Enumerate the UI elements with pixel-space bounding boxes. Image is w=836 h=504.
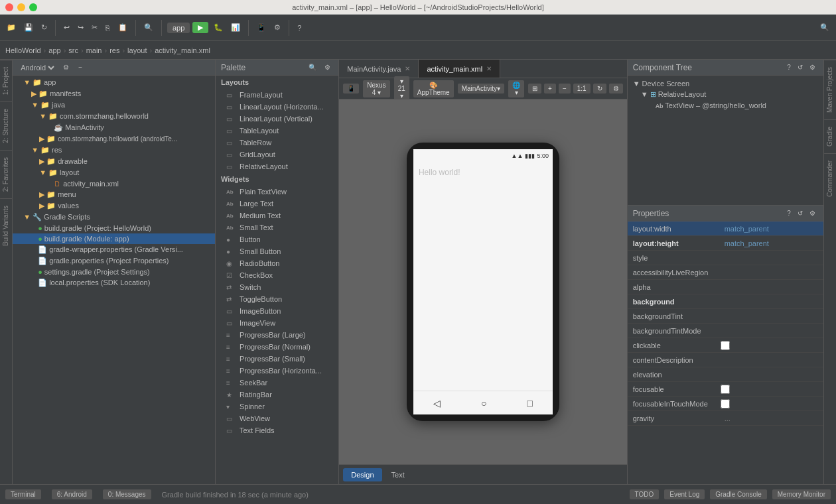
todo-button[interactable]: TODO — [630, 489, 660, 499]
tree-item-activity-main-xml[interactable]: 🗋activity_main.xml — [13, 178, 215, 189]
prop-row-alpha[interactable]: alpha — [628, 280, 823, 294]
palette-item-linearlayout-v[interactable]: ▭ LinearLayout (Vertical) — [216, 113, 338, 125]
bc-activity-main[interactable]: activity_main.xml — [155, 46, 210, 54]
palette-item-plain-textview[interactable]: Ab Plain TextView — [216, 186, 338, 198]
project-dropdown[interactable]: Android Project — [18, 63, 56, 72]
et-locale-btn[interactable]: 🌐▾ — [508, 80, 524, 97]
sidebar-item-maven[interactable]: Maven Projects — [824, 60, 836, 119]
ct-help-button[interactable]: ? — [784, 62, 794, 72]
tree-item-package[interactable]: ▼📁com.stormzhang.helloworld — [13, 111, 215, 122]
cut-button[interactable]: ✂ — [89, 22, 100, 33]
back-button[interactable]: ◁ — [433, 398, 441, 409]
et-device-btn[interactable]: 📱 — [343, 84, 359, 94]
prop-checkbox-focusable[interactable] — [721, 385, 730, 394]
et-nexus-btn[interactable]: Nexus 4 ▾ — [363, 80, 389, 97]
tab-mainactivity-close[interactable]: ✕ — [405, 65, 410, 72]
prop-row-accessibility[interactable]: accessibilityLiveRegion — [628, 265, 823, 280]
props-refresh-button[interactable]: ↺ — [795, 208, 805, 218]
prop-row-background-tint[interactable]: backgroundTint — [628, 309, 823, 324]
tab-text[interactable]: Text — [383, 468, 413, 481]
palette-item-small-text[interactable]: Ab Small Text — [216, 221, 338, 233]
bc-src[interactable]: src — [68, 46, 78, 54]
tree-item-settings-gradle[interactable]: ●settings.gradle (Project Settings) — [13, 267, 215, 277]
tab-activity-main-close[interactable]: ✕ — [486, 65, 492, 72]
bc-main[interactable]: main — [86, 46, 102, 54]
save-button[interactable]: 💾 — [21, 22, 36, 33]
project-settings-button[interactable]: ⚙ — [60, 62, 72, 72]
prop-row-elevation[interactable]: elevation — [628, 367, 823, 382]
tree-item-menu[interactable]: ▶📁menu — [13, 189, 215, 200]
copy-button[interactable]: ⎘ — [103, 23, 113, 33]
palette-item-text-fields[interactable]: ▭ Text Fields — [216, 424, 338, 436]
tree-item-gradle-scripts[interactable]: ▼🔧Gradle Scripts — [13, 212, 215, 223]
palette-item-tablelayout[interactable]: ▭ TableLayout — [216, 125, 338, 137]
tree-item-mainactivity[interactable]: ☕MainActivity — [13, 122, 215, 133]
sidebar-item-commander[interactable]: Commander — [824, 153, 836, 204]
settings-button[interactable]: ⚙ — [609, 84, 623, 94]
palette-item-radiobutton[interactable]: ◉ RadioButton — [216, 257, 338, 269]
prop-row-gravity[interactable]: gravity ... — [628, 411, 823, 426]
memory-monitor-button[interactable]: Memory Monitor — [772, 489, 831, 499]
tree-item-gradle-wrapper[interactable]: 📄gradle-wrapper.properties (Gradle Versi… — [13, 244, 215, 255]
minimize-button[interactable] — [17, 3, 25, 11]
palette-item-ratingbar[interactable]: ★ RatingBar — [216, 389, 338, 401]
prop-row-focusable-touch[interactable]: focusableInTouchMode — [628, 397, 823, 411]
palette-item-gridlayout[interactable]: ▭ GridLayout — [216, 149, 338, 160]
sidebar-item-structure[interactable]: 2: Structure — [0, 101, 12, 150]
sidebar-item-build-variants[interactable]: Build Variants — [0, 198, 12, 253]
tree-item-local-properties[interactable]: 📄local.properties (SDK Location) — [13, 277, 215, 288]
tree-item-java[interactable]: ▼📁java — [13, 99, 215, 111]
sdk-button[interactable]: ⚙ — [271, 22, 283, 33]
home-button[interactable]: ○ — [481, 398, 486, 409]
prop-checkbox-focusable-touch[interactable] — [721, 399, 730, 409]
palette-item-large-text[interactable]: Ab Large Text — [216, 198, 338, 210]
prop-row-background[interactable]: background — [628, 294, 823, 309]
tab-activity-main[interactable]: activity_main.xml ✕ — [419, 60, 500, 78]
tab-mainactivity[interactable]: MainActivity.java ✕ — [339, 60, 419, 78]
prop-row-clickable[interactable]: clickable — [628, 338, 823, 353]
props-settings-button[interactable]: ⚙ — [807, 208, 818, 218]
tree-item-res[interactable]: ▼📁res — [13, 145, 215, 156]
tree-item-build-gradle-project[interactable]: ●build.gradle (Project: HelloWorld) — [13, 223, 215, 233]
et-theme-btn[interactable]: 🎨 AppTheme — [413, 80, 454, 97]
palette-item-imageview[interactable]: ▭ ImageView — [216, 317, 338, 329]
prop-row-layout-height[interactable]: layout:height match_parent — [628, 236, 823, 251]
palette-item-button[interactable]: ● Button — [216, 233, 338, 245]
et-api-btn[interactable]: ▾ 21 ▾ — [394, 76, 409, 101]
palette-item-checkbox[interactable]: ☑ CheckBox — [216, 269, 338, 281]
tree-item-drawable[interactable]: ▶📁drawable — [13, 156, 215, 167]
palette-item-imagebutton[interactable]: ▭ ImageButton — [216, 305, 338, 317]
messages-button[interactable]: 0: Messages — [103, 489, 151, 499]
help-button[interactable]: ? — [295, 23, 304, 33]
ct-device-screen[interactable]: ▼ Device Screen — [630, 78, 821, 89]
close-button[interactable] — [5, 3, 13, 11]
palette-item-relativelayout[interactable]: ▭ RelativeLayout — [216, 160, 338, 172]
gradle-console-button[interactable]: Gradle Console — [710, 489, 766, 499]
profile-button[interactable]: 📊 — [228, 22, 243, 33]
tree-item-package-test[interactable]: ▶📁com.stormzhang.helloworld (androidTe..… — [13, 133, 215, 145]
palette-item-medium-text[interactable]: Ab Medium Text — [216, 210, 338, 221]
palette-item-progressbar-small[interactable]: ≡ ProgressBar (Small) — [216, 353, 338, 365]
design-area[interactable]: ▲▲ ▮▮▮ 5:00 Hello world! ◁ ○ □ — [339, 99, 626, 464]
palette-item-webview[interactable]: ▭ WebView — [216, 412, 338, 424]
bc-res[interactable]: res — [109, 46, 119, 54]
ct-refresh-button[interactable]: ↺ — [795, 62, 805, 72]
tree-item-layout[interactable]: ▼📁layout — [13, 167, 215, 178]
run-button[interactable]: ▶ — [192, 22, 208, 33]
find-button[interactable]: 🔍 — [141, 22, 156, 33]
et-activity-btn[interactable]: MainActivity▾ — [458, 84, 504, 94]
tree-item-gradle-properties[interactable]: 📄gradle.properties (Project Properties) — [13, 255, 215, 267]
props-help-button[interactable]: ? — [784, 208, 794, 218]
palette-item-switch[interactable]: ⇄ Switch — [216, 281, 338, 293]
palette-item-progressbar-horiz[interactable]: ≡ ProgressBar (Horizonta... — [216, 365, 338, 377]
sidebar-item-project[interactable]: 1: Project — [0, 60, 12, 101]
palette-item-linearlayout-h[interactable]: ▭ LinearLayout (Horizonta... — [216, 101, 338, 113]
palette-item-progressbar-normal[interactable]: ≡ ProgressBar (Normal) — [216, 341, 338, 353]
zoom-out-button[interactable]: − — [559, 84, 571, 94]
android-button[interactable]: 6: Android — [52, 489, 92, 499]
recent-button[interactable]: □ — [527, 398, 532, 409]
bc-helloworld[interactable]: HelloWorld — [5, 46, 41, 54]
project-collapse-button[interactable]: − — [76, 62, 85, 72]
sync-button[interactable]: ↻ — [38, 22, 50, 33]
prop-row-focusable[interactable]: focusable — [628, 382, 823, 397]
